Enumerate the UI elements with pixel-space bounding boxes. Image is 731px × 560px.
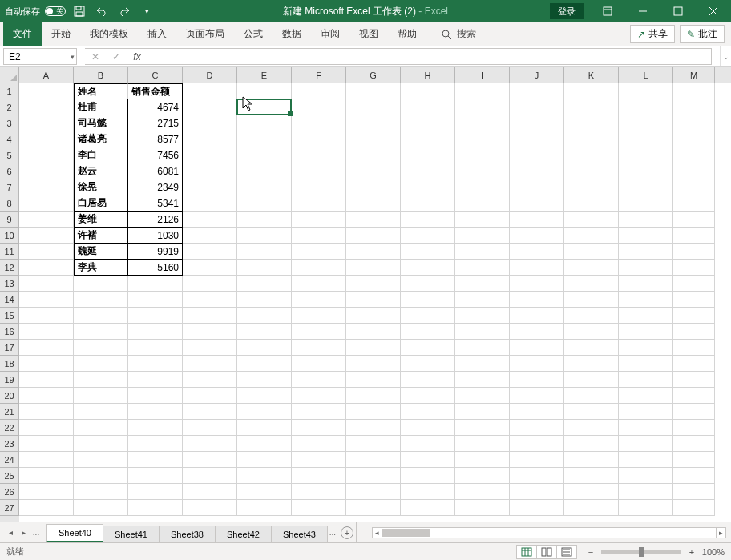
cell-E13[interactable]: [237, 276, 292, 292]
cell-C6[interactable]: 6081: [128, 163, 183, 179]
cell-I19[interactable]: [455, 372, 510, 388]
cell-B1[interactable]: 姓名: [74, 83, 128, 99]
cell-L5[interactable]: [619, 147, 673, 163]
cell-E23[interactable]: [237, 436, 292, 452]
cell-G15[interactable]: [346, 308, 401, 324]
cell-L2[interactable]: [619, 99, 673, 115]
cell-K3[interactable]: [564, 115, 619, 131]
cell-B25[interactable]: [74, 468, 128, 484]
tab-home[interactable]: 开始: [42, 22, 80, 46]
cell-B17[interactable]: [74, 340, 128, 356]
new-sheet-button[interactable]: +: [338, 522, 356, 542]
cell-H22[interactable]: [401, 420, 455, 436]
cell-G5[interactable]: [346, 147, 401, 163]
cell-D25[interactable]: [183, 468, 237, 484]
scroll-sheets-right-icon[interactable]: ▸: [18, 528, 29, 537]
cell-A5[interactable]: [19, 147, 74, 163]
cell-C9[interactable]: 2126: [128, 212, 183, 228]
col-header-F[interactable]: F: [292, 67, 346, 83]
col-header-H[interactable]: H: [401, 67, 455, 83]
cell-I18[interactable]: [455, 356, 510, 372]
row-header-2[interactable]: 2: [0, 99, 19, 115]
cell-A7[interactable]: [19, 179, 74, 195]
cell-J19[interactable]: [510, 372, 564, 388]
cell-B21[interactable]: [74, 404, 128, 420]
scroll-right-icon[interactable]: ▸: [716, 528, 725, 538]
cell-M7[interactable]: [673, 179, 715, 195]
cell-G1[interactable]: [346, 83, 401, 99]
cell-G18[interactable]: [346, 356, 401, 372]
cell-M3[interactable]: [673, 115, 715, 131]
cell-A1[interactable]: [19, 83, 74, 99]
cell-F23[interactable]: [292, 436, 346, 452]
tab-view[interactable]: 视图: [349, 22, 388, 46]
cell-H14[interactable]: [401, 292, 455, 308]
cell-D13[interactable]: [183, 276, 237, 292]
cell-L20[interactable]: [619, 388, 673, 404]
cell-H10[interactable]: [401, 228, 455, 244]
cell-J10[interactable]: [510, 228, 564, 244]
scrollbar-thumb[interactable]: [382, 529, 430, 537]
cell-K4[interactable]: [564, 131, 619, 147]
cell-D16[interactable]: [183, 324, 237, 340]
cell-M9[interactable]: [673, 212, 715, 228]
cell-F2[interactable]: [292, 99, 346, 115]
cell-M20[interactable]: [673, 388, 715, 404]
cell-G8[interactable]: [346, 195, 401, 212]
cell-K13[interactable]: [564, 276, 619, 292]
cell-C5[interactable]: 7456: [128, 147, 183, 163]
row-header-9[interactable]: 9: [0, 212, 19, 228]
row-header-18[interactable]: 18: [0, 356, 19, 372]
cell-K25[interactable]: [564, 468, 619, 484]
row-header-4[interactable]: 4: [0, 131, 19, 147]
cell-H4[interactable]: [401, 131, 455, 147]
cell-I21[interactable]: [455, 404, 510, 420]
cell-J2[interactable]: [510, 99, 564, 115]
cell-G16[interactable]: [346, 324, 401, 340]
cell-E5[interactable]: [237, 147, 292, 163]
cell-G23[interactable]: [346, 436, 401, 452]
cell-M23[interactable]: [673, 436, 715, 452]
cell-I17[interactable]: [455, 340, 510, 356]
cell-G12[interactable]: [346, 260, 401, 276]
cell-F24[interactable]: [292, 452, 346, 468]
cell-A13[interactable]: [19, 276, 74, 292]
cell-F13[interactable]: [292, 276, 346, 292]
cell-J14[interactable]: [510, 292, 564, 308]
cell-H13[interactable]: [401, 276, 455, 292]
col-header-G[interactable]: G: [346, 67, 401, 83]
cell-B18[interactable]: [74, 356, 128, 372]
cell-L7[interactable]: [619, 179, 673, 195]
cell-E2[interactable]: [237, 99, 292, 115]
cell-D22[interactable]: [183, 420, 237, 436]
cell-E6[interactable]: [237, 163, 292, 179]
cell-K17[interactable]: [564, 340, 619, 356]
cell-J8[interactable]: [510, 195, 564, 212]
cell-K22[interactable]: [564, 420, 619, 436]
scroll-sheets-left-icon[interactable]: ◂: [5, 528, 16, 537]
cell-C14[interactable]: [128, 292, 183, 308]
sheets-more-right[interactable]: ...: [327, 522, 338, 542]
cell-C19[interactable]: [128, 372, 183, 388]
cell-I1[interactable]: [455, 83, 510, 99]
save-icon[interactable]: [71, 2, 88, 20]
row-header-24[interactable]: 24: [0, 452, 19, 468]
cell-J4[interactable]: [510, 131, 564, 147]
cell-I2[interactable]: [455, 99, 510, 115]
cell-I11[interactable]: [455, 244, 510, 260]
cell-L13[interactable]: [619, 276, 673, 292]
cell-L22[interactable]: [619, 420, 673, 436]
cell-L16[interactable]: [619, 324, 673, 340]
chevron-down-icon[interactable]: ▾: [71, 53, 75, 61]
cell-L24[interactable]: [619, 452, 673, 468]
zoom-slider[interactable]: [601, 550, 681, 554]
cell-B12[interactable]: 李典: [74, 260, 128, 276]
cell-J12[interactable]: [510, 260, 564, 276]
row-header-25[interactable]: 25: [0, 468, 19, 484]
cell-G17[interactable]: [346, 340, 401, 356]
cell-E8[interactable]: [237, 195, 292, 212]
cell-D4[interactable]: [183, 131, 237, 147]
cell-J11[interactable]: [510, 244, 564, 260]
cell-K21[interactable]: [564, 404, 619, 420]
row-header-17[interactable]: 17: [0, 340, 19, 356]
